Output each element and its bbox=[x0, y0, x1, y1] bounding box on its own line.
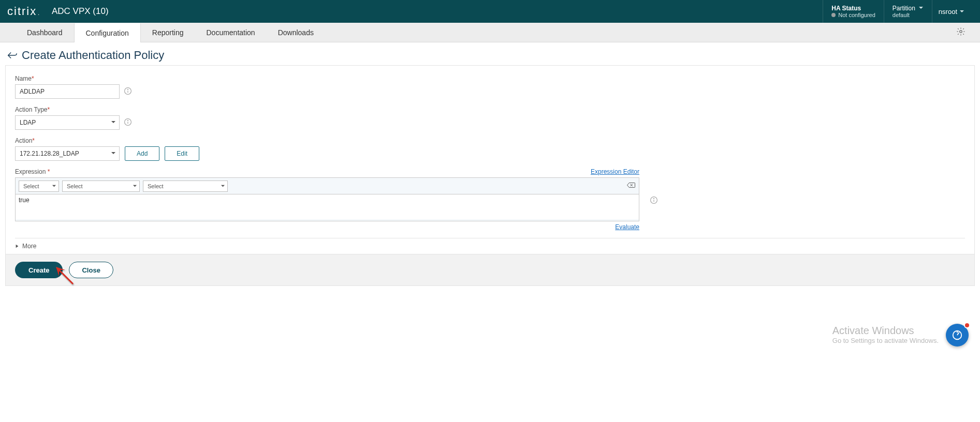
brand-dot: . bbox=[38, 10, 40, 16]
chevron-down-icon bbox=[111, 150, 116, 157]
add-button[interactable]: Add bbox=[125, 146, 159, 161]
chevron-down-icon bbox=[959, 8, 964, 16]
chevron-down-icon bbox=[52, 183, 56, 189]
chevron-down-icon bbox=[221, 183, 225, 189]
partition-value: default bbox=[893, 12, 924, 18]
action-type-select[interactable]: LDAP bbox=[15, 115, 120, 130]
field-action-type: Action Type* LDAP bbox=[15, 106, 965, 130]
back-arrow-icon[interactable] bbox=[6, 50, 18, 61]
clear-expression-icon[interactable] bbox=[626, 182, 636, 190]
info-icon[interactable] bbox=[124, 87, 132, 97]
chevron-down-icon bbox=[111, 119, 116, 126]
close-button[interactable]: Close bbox=[69, 262, 113, 278]
expression-box: Select Select Select bbox=[15, 177, 639, 221]
mini-select-label: Select bbox=[148, 183, 164, 189]
ha-status-block: HA Status Not configured bbox=[823, 0, 884, 23]
page-title-row: Create Authentication Policy bbox=[0, 42, 980, 65]
page-title: Create Authentication Policy bbox=[22, 49, 164, 62]
action-type-label: Action Type* bbox=[15, 106, 965, 113]
info-icon[interactable] bbox=[124, 118, 132, 128]
chevron-down-icon bbox=[918, 5, 924, 12]
triangle-right-icon bbox=[15, 243, 19, 250]
svg-point-6 bbox=[128, 120, 128, 120]
mini-select-label: Select bbox=[67, 183, 83, 189]
partition-dropdown[interactable]: Partition default bbox=[884, 0, 932, 23]
chevron-down-icon bbox=[133, 183, 137, 189]
gear-icon[interactable] bbox=[956, 27, 966, 38]
field-name: Name* bbox=[15, 75, 965, 99]
expression-select-2[interactable]: Select bbox=[62, 180, 140, 192]
product-name: ADC VPX (10) bbox=[52, 6, 109, 17]
svg-point-11 bbox=[654, 198, 654, 199]
expression-textarea[interactable] bbox=[16, 194, 639, 219]
create-button[interactable]: Create bbox=[15, 262, 63, 278]
action-type-value: LDAP bbox=[20, 119, 36, 126]
ha-status-label: HA Status bbox=[831, 5, 875, 12]
tab-documentation[interactable]: Documentation bbox=[195, 23, 266, 42]
tab-reporting[interactable]: Reporting bbox=[141, 23, 195, 42]
action-select[interactable]: 172.21.128.28_LDAP bbox=[15, 146, 120, 161]
evaluate-link[interactable]: Evaluate bbox=[615, 223, 639, 231]
mini-select-label: Select bbox=[23, 183, 39, 189]
field-action: Action* 172.21.128.28_LDAP Add Edit bbox=[15, 137, 965, 161]
tab-dashboard[interactable]: Dashboard bbox=[16, 23, 74, 42]
svg-point-0 bbox=[960, 31, 962, 33]
form-panel: Name* Action Type* LDAP Action* 172.21.1… bbox=[5, 65, 975, 254]
info-icon[interactable] bbox=[650, 196, 658, 206]
svg-point-3 bbox=[128, 89, 128, 89]
top-header: citrix. ADC VPX (10) HA Status Not confi… bbox=[0, 0, 980, 23]
brand-text: citrix bbox=[7, 5, 37, 18]
field-expression: Expression * Expression Editor Select Se… bbox=[15, 168, 965, 231]
expression-label: Expression * bbox=[15, 168, 50, 175]
status-dot-icon bbox=[831, 13, 836, 17]
brand-logo: citrix. bbox=[7, 5, 40, 18]
footer-bar: Create Close bbox=[5, 254, 975, 286]
expression-select-3[interactable]: Select bbox=[143, 180, 228, 192]
more-label: More bbox=[22, 243, 36, 250]
expression-editor-link[interactable]: Expression Editor bbox=[591, 168, 639, 175]
action-value: 172.21.128.28_LDAP bbox=[20, 150, 79, 157]
user-menu[interactable]: nsroot bbox=[932, 0, 971, 23]
action-label: Action* bbox=[15, 137, 965, 144]
tab-downloads[interactable]: Downloads bbox=[267, 23, 325, 42]
nav-bar: Dashboard Configuration Reporting Docume… bbox=[0, 23, 980, 42]
user-name: nsroot bbox=[939, 8, 957, 16]
expression-select-1[interactable]: Select bbox=[19, 180, 59, 192]
name-label: Name* bbox=[15, 75, 965, 82]
ha-status-text: Not configured bbox=[838, 12, 875, 18]
partition-label: Partition bbox=[893, 5, 915, 12]
ha-status-value: Not configured bbox=[831, 12, 875, 18]
tab-configuration[interactable]: Configuration bbox=[74, 23, 141, 42]
name-input[interactable] bbox=[15, 84, 120, 99]
edit-button[interactable]: Edit bbox=[165, 146, 199, 161]
more-toggle[interactable]: More bbox=[15, 238, 965, 254]
